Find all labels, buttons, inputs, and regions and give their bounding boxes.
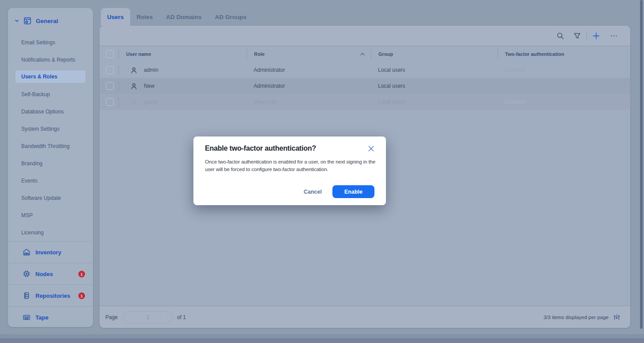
dialog-title-row: Enable two-factor authentication? xyxy=(205,144,374,152)
dialog-actions: Cancel Enable xyxy=(205,185,374,198)
dialog-title: Enable two-factor authentication? xyxy=(205,144,316,152)
enable-two-factor-dialog: Enable two-factor authentication? Once t… xyxy=(193,136,386,205)
enable-button[interactable]: Enable xyxy=(332,185,374,198)
app-canvas: General Email Settings Notifications & R… xyxy=(0,0,644,343)
cancel-button[interactable]: Cancel xyxy=(304,189,322,195)
close-icon[interactable] xyxy=(368,145,374,152)
dialog-body-text: Once two-factor authentication is enable… xyxy=(205,158,383,173)
